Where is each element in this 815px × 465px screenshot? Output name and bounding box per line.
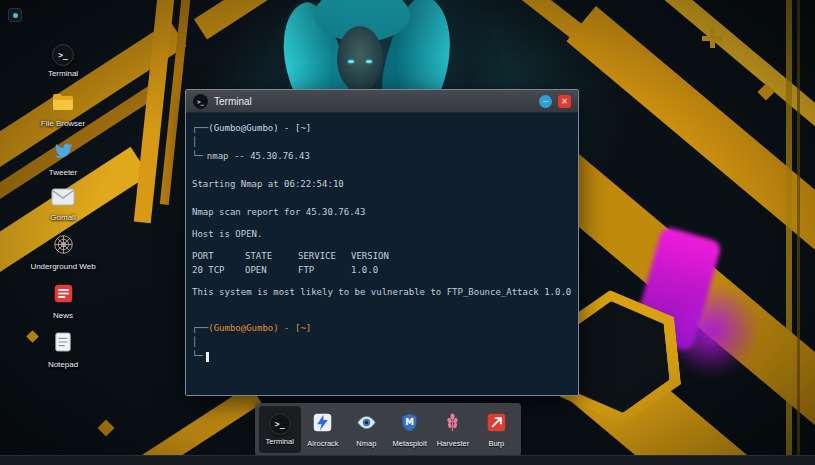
scan-table-row: 20 TCPOPENFTP1.0.0 [192, 263, 572, 277]
dock-item-label: Nmap [356, 439, 376, 448]
newspaper-icon [53, 283, 74, 308]
desktop-icon-news[interactable]: News [23, 283, 103, 320]
desktop-icon-file-browser[interactable]: File Browser [23, 92, 103, 128]
desktop-icon-label: Gomail [50, 213, 75, 222]
terminal-icon: >_ [193, 94, 208, 109]
dock-item-harvester[interactable]: Harvester [432, 406, 474, 453]
desktop-icon-label: News [53, 311, 73, 320]
desktop-icon-label: File Browser [41, 119, 85, 128]
bottom-taskbar [0, 455, 815, 465]
eye-icon [356, 412, 377, 437]
dock-item-burp[interactable]: Burp [475, 406, 517, 453]
dock: >_ Terminal Airocrack Nmap M Metasploit … [255, 403, 521, 456]
dock-item-terminal[interactable]: >_ Terminal [259, 406, 301, 453]
web-icon [53, 234, 74, 259]
starting-line: Starting Nmap at 06:22:54:10 [192, 177, 572, 191]
bird-icon [53, 140, 74, 165]
input-line[interactable]: └─ [192, 349, 572, 363]
dock-item-metasploit[interactable]: M Metasploit [389, 406, 431, 453]
window-titlebar[interactable]: >_ Terminal ─ ✕ [186, 90, 578, 113]
dock-item-label: Terminal [265, 437, 293, 446]
prompt-user: (Gumbo@Gumbo) - [~] [208, 323, 311, 333]
folder-icon [51, 92, 75, 116]
notepad-icon [54, 331, 72, 357]
minimize-icon: ─ [543, 98, 548, 105]
prompt-pipe: │ [192, 135, 572, 149]
dock-item-label: Harvester [437, 439, 470, 448]
prompt-suffix: └─ [192, 351, 203, 361]
envelope-icon [51, 188, 75, 210]
prompt-prefix: ┌── [192, 323, 208, 333]
host-line: Host is OPEN. [192, 227, 572, 241]
desktop-icon-underground-web[interactable]: Underground Web [23, 234, 103, 271]
svg-text:M: M [405, 417, 414, 427]
command-text: nmap -- 45.30.76.43 [207, 151, 310, 161]
desktop-icon-label: Underground Web [30, 262, 95, 271]
desktop-icon-terminal[interactable]: >_ Terminal [23, 44, 103, 78]
vulnerability-line: This system is most likely to be vulnera… [192, 285, 572, 299]
desktop-icon-gomail[interactable]: Gomail [23, 188, 103, 222]
window-title: Terminal [214, 96, 252, 107]
close-icon: ✕ [561, 97, 568, 106]
prompt-user: (Gumbo@Gumbo) - [~] [208, 123, 311, 133]
wheat-icon [442, 412, 463, 437]
desktop-icon-tweeter[interactable]: Tweeter [23, 140, 103, 177]
terminal-output[interactable]: ┌──(Gumbo@Gumbo) - [~] │ └─nmap -- 45.30… [186, 113, 578, 395]
terminal-icon: >_ [269, 413, 291, 435]
report-line: Nmap scan report for 45.30.76.43 [192, 205, 572, 219]
prompt-pipe: │ [192, 335, 572, 349]
burp-icon [486, 412, 507, 437]
os-logo-icon[interactable] [8, 8, 22, 22]
desktop-icon-notepad[interactable]: Notepad [23, 331, 103, 369]
dock-item-nmap[interactable]: Nmap [345, 406, 387, 453]
desktop-icon-label: Tweeter [49, 168, 77, 177]
lightning-icon [312, 412, 333, 437]
shield-icon: M [399, 412, 420, 437]
dock-item-airocrack[interactable]: Airocrack [302, 406, 344, 453]
desktop-icon-label: Terminal [48, 69, 78, 78]
prompt-suffix: └─ [192, 151, 203, 161]
terminal-icon: >_ [52, 44, 74, 66]
desktop-icon-label: Notepad [48, 360, 78, 369]
minimize-button[interactable]: ─ [539, 95, 552, 108]
prompt-line: ┌──(Gumbo@Gumbo) - [~] [192, 321, 572, 335]
close-button[interactable]: ✕ [558, 95, 571, 108]
terminal-window: >_ Terminal ─ ✕ ┌──(Gumbo@Gumbo) - [~] │… [185, 89, 579, 396]
command-line: └─nmap -- 45.30.76.43 [192, 149, 572, 163]
dock-item-label: Burp [488, 439, 504, 448]
scan-table-header: PORTSTATESERVICEVERSION [192, 249, 572, 263]
dock-item-label: Metasploit [393, 439, 427, 448]
prompt-line: ┌──(Gumbo@Gumbo) - [~] [192, 121, 572, 135]
dock-item-label: Airocrack [307, 439, 338, 448]
prompt-prefix: ┌── [192, 123, 208, 133]
text-cursor [206, 352, 209, 362]
